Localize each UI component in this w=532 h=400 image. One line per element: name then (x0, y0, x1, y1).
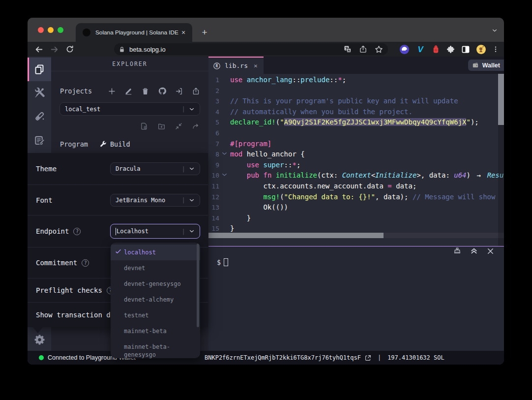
forward-icon[interactable] (48, 43, 60, 55)
tab-title: Solana Playground | Solana IDE (95, 29, 178, 36)
reload-icon[interactable] (64, 43, 76, 55)
code-text: msg!("Changed data to: {}!", data); // M… (230, 192, 495, 203)
export-icon[interactable] (192, 88, 200, 95)
endpoint-dropdown-menu: localhostdevnetdevnet-genesysgodevnet-al… (111, 243, 200, 358)
external-link-icon[interactable] (365, 355, 371, 361)
import-icon[interactable] (176, 88, 183, 95)
editor-vertical-scrollbar[interactable] (498, 74, 504, 246)
endpoint-option-localhost[interactable]: localhost (111, 245, 200, 260)
screen: Solana Playground | Solana IDE × + beta.… (0, 0, 532, 400)
line-number: 5 (208, 117, 219, 128)
browser-titlebar: Solana Playground | Solana IDE × + (28, 18, 504, 42)
settings-label: Theme (36, 165, 57, 173)
wallet-address[interactable]: BNKP2f6zrnETxejQmRjbT2kki6TG8x7rj76tyhQ1… (205, 354, 361, 361)
code-line-8: 8mod hello_anchor { (208, 149, 504, 160)
connection-dot-icon (39, 355, 44, 360)
endpoint-option-label: localhost (124, 248, 156, 256)
endpoint-option-testnet[interactable]: testnet (111, 308, 200, 323)
sidebar-item-build-deploy[interactable] (28, 81, 51, 105)
help-icon[interactable]: ? (82, 259, 89, 267)
font-select[interactable]: JetBrains Mono| (110, 194, 200, 207)
editor-horizontal-scrollbar[interactable] (208, 233, 504, 238)
terminal-prompt: $ (217, 258, 221, 266)
code-line-11: 11 ctx.accounts.new_account.data = data; (208, 181, 504, 192)
new-tab-button[interactable]: + (198, 26, 211, 39)
expand-terminal-icon[interactable] (470, 247, 478, 255)
fold-chevron-icon[interactable] (222, 172, 227, 178)
back-icon[interactable] (33, 43, 45, 55)
share-icon[interactable] (192, 123, 200, 130)
address-bar[interactable]: beta.solpg.io (114, 43, 388, 55)
chevron-down-icon (189, 228, 195, 234)
backpack-extension-icon[interactable] (432, 45, 440, 54)
sol-balance: 197.41301632 SOL (387, 354, 444, 361)
wallet-icon (472, 62, 479, 69)
clear-terminal-icon[interactable] (453, 247, 461, 255)
files-icon (34, 64, 45, 75)
endpoint-option-devnet[interactable]: devnet (111, 260, 200, 276)
vimeo-extension-icon[interactable]: V (415, 45, 425, 54)
endpoint-option-mainnet-beta[interactable]: mainnet-beta (111, 323, 200, 339)
horizontal-scrollbar-thumb[interactable] (208, 233, 384, 238)
endpoint-select-value: Localhost (117, 228, 148, 235)
tab-search-chevron-icon[interactable] (492, 28, 498, 33)
minimize-window-button[interactable] (48, 27, 54, 33)
close-terminal-icon[interactable] (487, 247, 494, 255)
settings-row-theme: ThemeDracula| (28, 153, 208, 185)
code-text: } (230, 213, 251, 224)
build-button[interactable]: Build (100, 140, 130, 148)
editor-tab-close-icon[interactable]: × (254, 62, 258, 69)
fold-chevron-icon[interactable] (222, 151, 227, 156)
lock-icon (119, 46, 125, 53)
collapse-icon[interactable] (175, 123, 182, 130)
trash-icon[interactable] (142, 88, 149, 95)
close-window-button[interactable] (38, 27, 44, 33)
code-line-12: 12 msg!("Changed data to: {}!", data); /… (208, 192, 504, 203)
github-icon[interactable] (158, 87, 166, 95)
sidebar-item-explorer[interactable] (28, 58, 51, 81)
code-line-14: 14 } (208, 213, 504, 224)
endpoint-option-devnet-alchemy[interactable]: devnet-alchemy (111, 292, 200, 308)
select-separator: | (181, 105, 185, 113)
sidebar-item-test[interactable] (28, 105, 51, 128)
plus-icon[interactable] (108, 88, 116, 95)
code-line-4: 4// automatically when you build the pro… (208, 107, 504, 118)
sidepanel-extension-icon[interactable] (461, 45, 470, 54)
browser-tab[interactable]: Solana Playground | Solana IDE × (76, 23, 192, 42)
dropdown-scrollbar[interactable] (197, 244, 199, 327)
browser-window: Solana Playground | Solana IDE × + beta.… (28, 18, 504, 365)
tab-close-icon[interactable]: × (179, 29, 187, 36)
editor-tab-librs[interactable]: R lib.rs × (208, 57, 264, 74)
star-icon[interactable] (375, 45, 383, 54)
select-separator: | (181, 228, 185, 235)
endpoint-option-devnet-genesysgo[interactable]: devnet-genesysgo (111, 276, 200, 292)
project-select[interactable]: local_test | (59, 102, 200, 116)
share-icon[interactable] (359, 45, 367, 53)
text-cursor (116, 228, 116, 235)
endpoint-option-mainnet-beta-genesysgo[interactable]: mainnet-beta-genesysgo (111, 339, 200, 358)
puzzle-extensions-icon[interactable] (446, 45, 455, 54)
new-file-icon[interactable] (141, 123, 148, 130)
url-text[interactable]: beta.solpg.io (129, 46, 166, 53)
menu-dots-icon[interactable] (492, 45, 499, 53)
sidebar-item-tutorials[interactable] (28, 128, 51, 152)
vertical-scrollbar-thumb[interactable] (498, 74, 504, 125)
endpoint-select[interactable]: Localhost| (110, 224, 200, 239)
edit-icon[interactable] (125, 88, 132, 95)
code-editor[interactable]: 1use anchor_lang::prelude::*;23// This i… (208, 74, 504, 246)
wallet-button[interactable]: Wallet (468, 60, 504, 71)
terminal-panel[interactable]: $ (208, 246, 504, 351)
theme-select[interactable]: Dracula| (110, 162, 200, 175)
code-text: ctx.accounts.new_account.data = data; (230, 181, 416, 192)
zoom-window-button[interactable] (58, 27, 63, 33)
new-folder-icon[interactable] (158, 123, 165, 130)
phantom-extension-icon[interactable] (400, 45, 409, 54)
editor-zone: R lib.rs × Wallet 1use anchor_lang::prel… (208, 57, 504, 351)
test-tube-icon (34, 111, 45, 122)
code-text: Ok(()) (230, 202, 288, 213)
help-icon[interactable]: ? (73, 228, 81, 235)
solana-playground-app: EXPLORER Projects local_test | Program (28, 57, 504, 365)
profile-avatar[interactable] (476, 45, 486, 54)
notepad-icon (34, 135, 45, 146)
translate-icon[interactable] (344, 45, 352, 53)
